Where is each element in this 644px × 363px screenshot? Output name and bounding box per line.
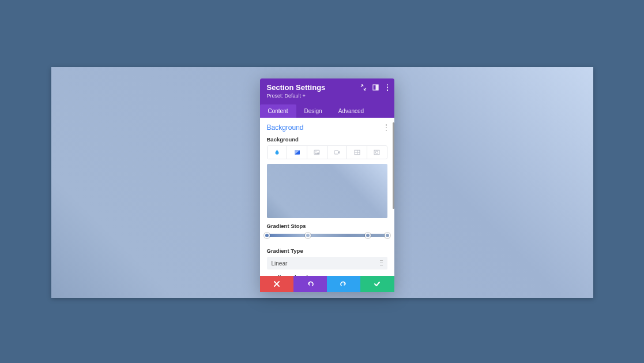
image-icon	[313, 149, 321, 156]
gradient-stops-track[interactable]	[267, 234, 387, 237]
svg-point-8	[375, 151, 378, 154]
panel-body: Background Background Gradient Stops	[260, 118, 394, 276]
main-tabs: Content Design Advanced	[260, 104, 394, 118]
gradient-stop[interactable]	[365, 233, 371, 238]
bg-tab-color[interactable]	[268, 146, 288, 159]
tab-design[interactable]: Design	[296, 104, 330, 118]
gradient-stop[interactable]	[305, 233, 311, 238]
bg-tab-mask[interactable]	[367, 146, 387, 159]
bg-tab-gradient[interactable]	[287, 146, 307, 159]
gradient-direction-label: Gradient Direction	[267, 274, 387, 276]
background-type-tabs	[267, 145, 387, 159]
tab-content[interactable]: Content	[260, 104, 296, 118]
gradient-icon	[293, 149, 301, 156]
undo-icon	[307, 280, 314, 287]
video-icon	[333, 149, 341, 156]
snap-icon[interactable]	[372, 84, 379, 91]
gradient-type-select-wrap: Linear	[267, 257, 387, 270]
gradient-stop[interactable]	[264, 233, 270, 238]
background-label: Background	[267, 136, 387, 143]
modal-titlebar: Section Settings Preset: Default +	[260, 78, 394, 104]
bg-tab-image[interactable]	[307, 146, 327, 159]
page-canvas: Section Settings Preset: Default + Conte…	[51, 67, 593, 298]
gradient-stops-label: Gradient Stops	[267, 223, 387, 229]
check-icon	[374, 280, 381, 287]
pattern-icon	[353, 149, 361, 156]
expand-icon[interactable]	[360, 84, 367, 91]
tab-advanced[interactable]: Advanced	[330, 104, 372, 118]
undo-button[interactable]	[293, 276, 327, 292]
cancel-button[interactable]	[260, 276, 293, 292]
gradient-preview	[267, 164, 387, 218]
settings-modal: Section Settings Preset: Default + Conte…	[260, 78, 394, 292]
preset-label[interactable]: Preset: Default +	[267, 93, 387, 99]
panel-title: Background	[267, 124, 304, 132]
mask-icon	[373, 149, 381, 156]
svg-rect-5	[334, 151, 338, 154]
gradient-type-label: Gradient Type	[267, 248, 387, 254]
panel-menu-icon[interactable]	[386, 124, 387, 131]
modal-footer	[260, 276, 394, 292]
redo-button[interactable]	[327, 276, 360, 292]
svg-point-4	[315, 151, 317, 152]
svg-rect-1	[375, 85, 378, 90]
close-icon	[273, 280, 280, 287]
droplet-icon	[273, 149, 281, 156]
bg-tab-video[interactable]	[327, 146, 348, 159]
bg-tab-pattern[interactable]	[347, 146, 367, 159]
save-button[interactable]	[360, 276, 394, 292]
redo-icon	[340, 280, 347, 287]
modal-menu-icon[interactable]	[385, 84, 391, 91]
gradient-type-select[interactable]: Linear	[267, 257, 387, 270]
gradient-stop[interactable]	[385, 233, 390, 238]
